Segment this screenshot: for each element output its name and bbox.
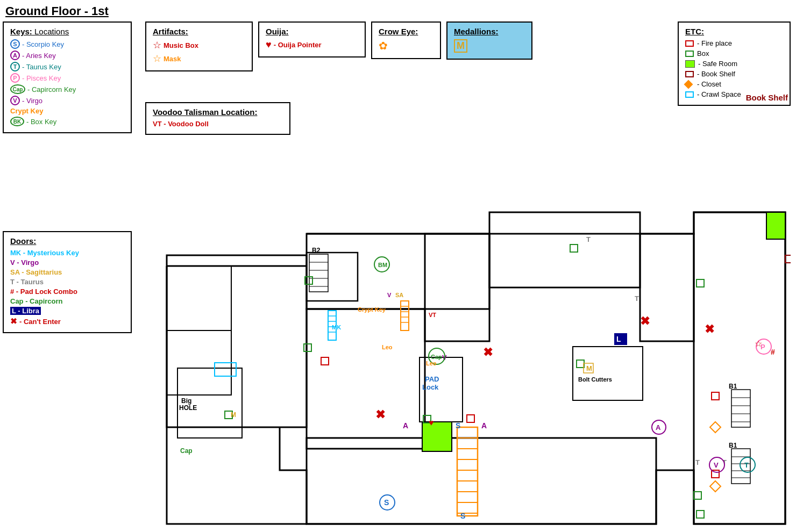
svg-text:A: A	[403, 421, 408, 430]
heart-icon: ♥	[266, 39, 272, 51]
svg-text:T: T	[586, 235, 591, 243]
svg-text:Leo: Leo	[382, 344, 393, 350]
svg-text:Crypt Key: Crypt Key	[358, 306, 386, 313]
svg-text:T: T	[695, 458, 700, 466]
box-icon	[685, 51, 694, 57]
etc-bookshelf: - Book Shelf	[685, 70, 783, 78]
croweye-legend: Crow Eye: ✿	[371, 21, 441, 59]
etc-legend-title: ETC:	[685, 27, 783, 36]
key-crypt: Crypt Key	[10, 107, 124, 115]
capircorn-symbol: Cap	[10, 84, 25, 94]
page-title: Ground Floor - 1st	[5, 4, 109, 18]
medallion-item: M	[454, 39, 525, 53]
svg-text:S: S	[384, 498, 389, 507]
croweye-item: ✿	[379, 39, 433, 52]
svg-rect-25	[422, 422, 452, 451]
mask-icon: ☆	[153, 53, 161, 64]
key-pisces: P - Pisces Key	[10, 73, 124, 83]
svg-rect-59	[766, 212, 785, 239]
door-padlock: # - Pad Lock Combo	[10, 287, 124, 296]
closet-icon	[684, 80, 693, 89]
svg-text:M: M	[231, 411, 236, 419]
key-taurus: T - Taurus Key	[10, 62, 124, 71]
svg-text:Leo: Leo	[426, 360, 437, 366]
keys-legend: Keys: Locations S - Scorpio Key A - Arie…	[3, 21, 132, 133]
artifacts-legend: Artifacts: ☆ Music Box ☆ Mask	[145, 21, 253, 71]
svg-text:☆: ☆	[755, 339, 762, 348]
svg-text:S: S	[460, 512, 465, 520]
ouija-title: Ouija:	[266, 27, 358, 36]
key-capircorn: Cap - Capircorn Key	[10, 84, 124, 94]
artifact-musicbox: ☆ Music Box	[153, 39, 245, 51]
flower-icon: ✿	[379, 39, 388, 52]
svg-text:Cap: Cap	[180, 447, 193, 455]
svg-text:V: V	[387, 292, 392, 298]
svg-text:#: #	[771, 348, 775, 356]
svg-text:Bolt Cutters: Bolt Cutters	[578, 376, 612, 383]
svg-text:SA: SA	[395, 292, 403, 298]
svg-text:VT: VT	[429, 312, 436, 318]
svg-text:A: A	[481, 421, 487, 430]
medallion-symbol: M	[454, 39, 467, 53]
key-box: BK - Box Key	[10, 117, 124, 126]
svg-text:T: T	[635, 294, 639, 303]
svg-text:T: T	[744, 461, 749, 469]
voodoo-legend: Voodoo Talisman Location: VT - Voodoo Do…	[145, 102, 290, 135]
svg-text:BM: BM	[378, 262, 387, 268]
virgo-symbol: V	[10, 96, 20, 105]
svg-text:S: S	[456, 421, 460, 430]
fireplace-icon	[685, 40, 694, 47]
svg-text:♥: ♥	[429, 418, 434, 427]
croweye-title: Crow Eye:	[379, 27, 433, 36]
svg-text:V: V	[714, 461, 719, 469]
artifact-mask: ☆ Mask	[153, 53, 245, 64]
musicbox-icon: ☆	[153, 39, 161, 51]
svg-text:B1: B1	[729, 383, 737, 390]
ouija-pointer: ♥ - Ouija Pointer	[266, 39, 358, 51]
scorpio-symbol: S	[10, 39, 20, 49]
keys-legend-title: Keys: Locations	[10, 27, 124, 36]
voodoo-item: VT - Voodoo Doll	[153, 120, 283, 128]
crawlspace-icon	[685, 91, 694, 98]
key-aries: A - Aries Key	[10, 51, 124, 60]
svg-text:L: L	[616, 335, 621, 343]
doors-legend: Doors: MK - Mysterious Key V - Virgo SA …	[3, 231, 132, 333]
bookshelf-label: Book Shelf	[746, 93, 788, 102]
ouija-legend: Ouija: ♥ - Ouija Pointer	[258, 21, 366, 57]
etc-saferoom: - Safe Room	[685, 60, 783, 68]
door-mk: MK - Mysterious Key	[10, 249, 124, 257]
door-sa: SA - Sagittarius	[10, 268, 124, 276]
artifacts-title: Artifacts:	[153, 27, 245, 36]
svg-text:✖: ✖	[640, 314, 650, 328]
medallions-legend: Medallions: M	[446, 21, 532, 60]
svg-text:B1: B1	[729, 442, 737, 449]
svg-text:M: M	[586, 364, 592, 372]
svg-text:Big: Big	[181, 397, 191, 405]
svg-text:Cap: Cap	[431, 354, 442, 360]
aries-symbol: A	[10, 51, 20, 60]
svg-text:✖: ✖	[375, 408, 385, 421]
medallions-title: Medallions:	[454, 27, 525, 36]
door-cap: Cap - Capircorn	[10, 297, 124, 305]
pisces-symbol: P	[10, 73, 20, 83]
boxkey-symbol: BK	[10, 117, 24, 126]
svg-text:A: A	[656, 423, 661, 432]
floor-map: Big HOLE B2 PAD Lock Bolt Cutters B1 B1	[137, 159, 791, 527]
etc-box: Box	[685, 49, 783, 57]
svg-text:MK: MK	[332, 324, 341, 330]
svg-text:Lock: Lock	[422, 383, 439, 391]
saferoom-icon	[685, 60, 695, 68]
svg-text:B2: B2	[312, 247, 321, 254]
bookshelf-icon	[685, 71, 694, 77]
voodoo-title: Voodoo Talisman Location:	[153, 107, 283, 117]
door-libra: L - Libra	[10, 307, 124, 315]
door-v: V - Virgo	[10, 258, 124, 267]
svg-rect-0	[137, 159, 791, 527]
svg-text:✖: ✖	[705, 322, 714, 336]
etc-closet: - Closet	[685, 80, 783, 88]
key-scorpio: S - Scorpio Key	[10, 39, 124, 49]
doors-legend-title: Doors:	[10, 236, 124, 246]
svg-text:HOLE: HOLE	[179, 404, 197, 412]
door-cantenter: ✖ - Can't Enter	[10, 317, 124, 326]
etc-fireplace: - Fire place	[685, 39, 783, 47]
